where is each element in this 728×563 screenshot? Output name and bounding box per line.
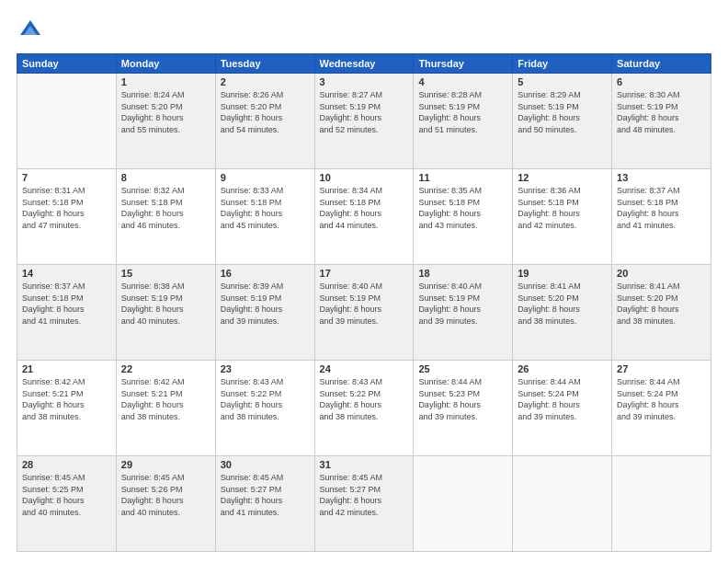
day-info: Sunrise: 8:44 AM Sunset: 5:24 PM Dayligh… <box>518 376 607 422</box>
page: SundayMondayTuesdayWednesdayThursdayFrid… <box>0 0 728 563</box>
day-number: 15 <box>121 268 210 279</box>
day-info: Sunrise: 8:34 AM Sunset: 5:18 PM Dayligh… <box>320 185 409 231</box>
day-info: Sunrise: 8:36 AM Sunset: 5:18 PM Dayligh… <box>518 185 607 231</box>
day-info: Sunrise: 8:41 AM Sunset: 5:20 PM Dayligh… <box>518 281 607 327</box>
day-number: 13 <box>617 172 706 183</box>
calendar-cell: 8Sunrise: 8:32 AM Sunset: 5:18 PM Daylig… <box>116 169 215 265</box>
calendar-cell <box>513 456 612 552</box>
weekday-header-thursday: Thursday <box>414 54 513 74</box>
day-info: Sunrise: 8:26 AM Sunset: 5:20 PM Dayligh… <box>221 89 310 135</box>
day-info: Sunrise: 8:42 AM Sunset: 5:21 PM Dayligh… <box>22 376 111 422</box>
weekday-header-saturday: Saturday <box>612 54 711 74</box>
day-number: 16 <box>221 268 310 279</box>
day-info: Sunrise: 8:42 AM Sunset: 5:21 PM Dayligh… <box>121 376 210 422</box>
day-info: Sunrise: 8:45 AM Sunset: 5:27 PM Dayligh… <box>221 472 310 518</box>
weekday-header-tuesday: Tuesday <box>215 54 314 74</box>
calendar-cell: 18Sunrise: 8:40 AM Sunset: 5:19 PM Dayli… <box>414 265 513 361</box>
day-number: 8 <box>121 172 210 183</box>
logo <box>17 17 48 44</box>
weekday-header-monday: Monday <box>116 54 215 74</box>
calendar-cell: 30Sunrise: 8:45 AM Sunset: 5:27 PM Dayli… <box>215 456 314 552</box>
calendar-cell <box>414 456 513 552</box>
day-info: Sunrise: 8:37 AM Sunset: 5:18 PM Dayligh… <box>22 281 111 327</box>
day-info: Sunrise: 8:37 AM Sunset: 5:18 PM Dayligh… <box>617 185 706 231</box>
calendar-cell: 12Sunrise: 8:36 AM Sunset: 5:18 PM Dayli… <box>513 169 612 265</box>
calendar-cell: 27Sunrise: 8:44 AM Sunset: 5:24 PM Dayli… <box>612 361 711 456</box>
day-number: 12 <box>518 172 607 183</box>
calendar-cell: 10Sunrise: 8:34 AM Sunset: 5:18 PM Dayli… <box>314 169 414 265</box>
day-info: Sunrise: 8:29 AM Sunset: 5:19 PM Dayligh… <box>518 89 607 135</box>
day-number: 22 <box>121 363 210 374</box>
weekday-header-friday: Friday <box>513 54 612 74</box>
calendar-cell: 11Sunrise: 8:35 AM Sunset: 5:18 PM Dayli… <box>414 169 513 265</box>
day-info: Sunrise: 8:28 AM Sunset: 5:19 PM Dayligh… <box>418 89 507 135</box>
day-number: 25 <box>418 363 507 374</box>
day-number: 23 <box>221 363 310 374</box>
calendar-cell: 15Sunrise: 8:38 AM Sunset: 5:19 PM Dayli… <box>116 265 215 361</box>
calendar-cell <box>612 456 711 552</box>
calendar-cell: 14Sunrise: 8:37 AM Sunset: 5:18 PM Dayli… <box>17 265 117 361</box>
day-info: Sunrise: 8:45 AM Sunset: 5:26 PM Dayligh… <box>121 472 210 518</box>
day-number: 21 <box>22 363 111 374</box>
weekday-header-wednesday: Wednesday <box>314 54 414 74</box>
day-info: Sunrise: 8:31 AM Sunset: 5:18 PM Dayligh… <box>22 185 111 231</box>
calendar-cell: 4Sunrise: 8:28 AM Sunset: 5:19 PM Daylig… <box>414 74 513 169</box>
day-number: 31 <box>320 459 409 470</box>
header <box>17 17 711 44</box>
day-info: Sunrise: 8:44 AM Sunset: 5:23 PM Dayligh… <box>418 376 507 422</box>
calendar-cell: 5Sunrise: 8:29 AM Sunset: 5:19 PM Daylig… <box>513 74 612 169</box>
day-info: Sunrise: 8:45 AM Sunset: 5:27 PM Dayligh… <box>320 472 409 518</box>
day-info: Sunrise: 8:43 AM Sunset: 5:22 PM Dayligh… <box>221 376 310 422</box>
day-info: Sunrise: 8:45 AM Sunset: 5:25 PM Dayligh… <box>22 472 111 518</box>
calendar-cell: 21Sunrise: 8:42 AM Sunset: 5:21 PM Dayli… <box>17 361 117 456</box>
day-info: Sunrise: 8:27 AM Sunset: 5:19 PM Dayligh… <box>320 89 409 135</box>
day-number: 6 <box>617 76 706 87</box>
day-number: 20 <box>617 268 706 279</box>
calendar-cell: 22Sunrise: 8:42 AM Sunset: 5:21 PM Dayli… <box>116 361 215 456</box>
day-number: 10 <box>320 172 409 183</box>
day-number: 3 <box>320 76 409 87</box>
calendar-cell: 17Sunrise: 8:40 AM Sunset: 5:19 PM Dayli… <box>314 265 414 361</box>
calendar-cell: 25Sunrise: 8:44 AM Sunset: 5:23 PM Dayli… <box>414 361 513 456</box>
day-number: 28 <box>22 459 111 470</box>
day-number: 30 <box>221 459 310 470</box>
day-number: 26 <box>518 363 607 374</box>
day-info: Sunrise: 8:40 AM Sunset: 5:19 PM Dayligh… <box>320 281 409 327</box>
weekday-header-row: SundayMondayTuesdayWednesdayThursdayFrid… <box>17 54 711 74</box>
logo-icon <box>17 17 44 44</box>
day-info: Sunrise: 8:41 AM Sunset: 5:20 PM Dayligh… <box>617 281 706 327</box>
day-number: 19 <box>518 268 607 279</box>
day-number: 5 <box>518 76 607 87</box>
day-number: 1 <box>121 76 210 87</box>
calendar-cell: 9Sunrise: 8:33 AM Sunset: 5:18 PM Daylig… <box>215 169 314 265</box>
day-info: Sunrise: 8:24 AM Sunset: 5:20 PM Dayligh… <box>121 89 210 135</box>
calendar-cell: 29Sunrise: 8:45 AM Sunset: 5:26 PM Dayli… <box>116 456 215 552</box>
calendar: SundayMondayTuesdayWednesdayThursdayFrid… <box>17 53 711 552</box>
week-row-5: 28Sunrise: 8:45 AM Sunset: 5:25 PM Dayli… <box>17 456 711 552</box>
day-number: 27 <box>617 363 706 374</box>
weekday-header-sunday: Sunday <box>17 54 117 74</box>
day-number: 14 <box>22 268 111 279</box>
day-info: Sunrise: 8:30 AM Sunset: 5:19 PM Dayligh… <box>617 89 706 135</box>
calendar-cell: 20Sunrise: 8:41 AM Sunset: 5:20 PM Dayli… <box>612 265 711 361</box>
day-number: 17 <box>320 268 409 279</box>
calendar-cell: 16Sunrise: 8:39 AM Sunset: 5:19 PM Dayli… <box>215 265 314 361</box>
calendar-cell: 1Sunrise: 8:24 AM Sunset: 5:20 PM Daylig… <box>116 74 215 169</box>
day-info: Sunrise: 8:39 AM Sunset: 5:19 PM Dayligh… <box>221 281 310 327</box>
day-info: Sunrise: 8:38 AM Sunset: 5:19 PM Dayligh… <box>121 281 210 327</box>
day-number: 29 <box>121 459 210 470</box>
day-number: 24 <box>320 363 409 374</box>
day-number: 4 <box>418 76 507 87</box>
calendar-cell: 2Sunrise: 8:26 AM Sunset: 5:20 PM Daylig… <box>215 74 314 169</box>
day-info: Sunrise: 8:35 AM Sunset: 5:18 PM Dayligh… <box>418 185 507 231</box>
calendar-cell: 19Sunrise: 8:41 AM Sunset: 5:20 PM Dayli… <box>513 265 612 361</box>
calendar-cell <box>17 74 117 169</box>
day-info: Sunrise: 8:33 AM Sunset: 5:18 PM Dayligh… <box>221 185 310 231</box>
calendar-cell: 28Sunrise: 8:45 AM Sunset: 5:25 PM Dayli… <box>17 456 117 552</box>
day-info: Sunrise: 8:43 AM Sunset: 5:22 PM Dayligh… <box>320 376 409 422</box>
calendar-cell: 7Sunrise: 8:31 AM Sunset: 5:18 PM Daylig… <box>17 169 117 265</box>
day-number: 7 <box>22 172 111 183</box>
calendar-cell: 3Sunrise: 8:27 AM Sunset: 5:19 PM Daylig… <box>314 74 414 169</box>
week-row-4: 21Sunrise: 8:42 AM Sunset: 5:21 PM Dayli… <box>17 361 711 456</box>
day-number: 18 <box>418 268 507 279</box>
